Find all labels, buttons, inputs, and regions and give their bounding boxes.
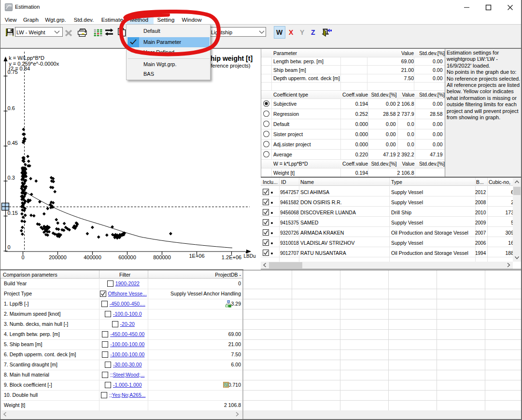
svg-text:400000: 400000 [84, 254, 101, 260]
svg-text:600000: 600000 [118, 254, 136, 260]
svg-text:0.75: 0.75 [8, 69, 18, 75]
svg-text:0.6: 0.6 [8, 105, 15, 111]
svg-text:0.45: 0.45 [8, 140, 18, 146]
svg-text:0: 0 [8, 244, 11, 250]
svg-text:800000: 800000 [153, 254, 171, 260]
svg-text:200000: 200000 [49, 254, 67, 260]
svg-text:k = W/Lpp*B*D: k = W/Lpp*B*D [9, 55, 44, 61]
svg-text:0.15: 0.15 [8, 210, 18, 216]
svg-text:1.2E+06: 1.2E+06 [222, 254, 241, 260]
svg-text:1E+06: 1E+06 [189, 253, 204, 259]
svg-text:LBDu: LBDu [244, 253, 256, 259]
svg-text:0: 0 [21, 254, 24, 260]
svg-text:0.3: 0.3 [8, 175, 15, 181]
